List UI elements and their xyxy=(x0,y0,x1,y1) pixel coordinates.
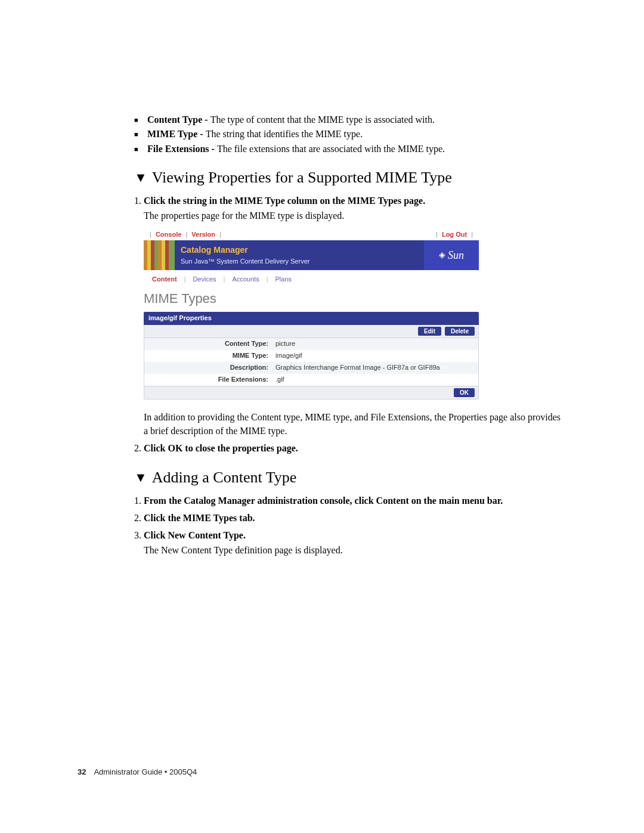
ui-page-title: MIME Types xyxy=(144,288,479,312)
books-icon xyxy=(144,240,175,270)
ok-button[interactable]: OK xyxy=(454,388,475,397)
topbar-right: | Log Out | xyxy=(434,230,475,240)
tab-devices[interactable]: Devices xyxy=(190,275,218,284)
step-lead: Click New Content Type. xyxy=(144,530,246,540)
table-row: Content Type: picture xyxy=(144,338,478,350)
delete-button[interactable]: Delete xyxy=(445,327,475,336)
sun-logo-text: Sun xyxy=(448,247,464,263)
table-row: File Extensions: .gif xyxy=(144,374,478,386)
section-title: Viewing Properties for a Supported MIME … xyxy=(152,169,452,186)
document-page: Content Type - The type of content that … xyxy=(0,0,644,833)
tab-accounts[interactable]: Accounts xyxy=(230,275,261,284)
page-number: 32 xyxy=(78,767,86,776)
page-footer: 32 Administrator Guide • 2005Q4 xyxy=(78,767,197,776)
step-lead: Click OK to close the properties page. xyxy=(144,443,298,453)
bullet-text: The type of content that the MIME type i… xyxy=(210,114,435,125)
prop-value: .gif xyxy=(275,375,473,385)
definition-list: Content Type - The type of content that … xyxy=(134,113,561,156)
topbar-left: | Console | Version | xyxy=(147,230,224,240)
step-lead: Click the MIME Types tab. xyxy=(144,513,255,523)
post-image-text: In addition to providing the Content typ… xyxy=(144,410,561,438)
ordered-steps-adding: From the Catalog Manager administration … xyxy=(134,494,561,558)
table-row: MIME Type: image/gif xyxy=(144,350,478,362)
list-item: File Extensions - The file extensions th… xyxy=(134,143,561,156)
prop-value: picture xyxy=(275,339,473,349)
bullet-label: Content Type - xyxy=(147,114,210,125)
prop-key: Description: xyxy=(149,363,275,373)
list-item: Click the string in the MIME Type column… xyxy=(144,194,561,438)
triangle-down-icon: ▼ xyxy=(134,470,147,485)
section-heading-viewing: ▼Viewing Properties for a Supported MIME… xyxy=(134,169,561,187)
list-item: Click New Content Type. The New Content … xyxy=(144,528,561,557)
properties-panel-header: image/gif Properties xyxy=(144,312,479,325)
bullet-text: The file extensions that are associated … xyxy=(217,144,445,154)
list-item: From the Catalog Manager administration … xyxy=(144,494,561,507)
step-body: The properties page for the MIME type is… xyxy=(144,209,561,222)
bullet-label: File Extensions - xyxy=(147,144,217,154)
console-link[interactable]: Console xyxy=(156,231,181,238)
step-lead: From the Catalog Manager administration … xyxy=(144,496,503,506)
section-title: Adding a Content Type xyxy=(152,469,297,486)
sun-logo: ◈ Sun xyxy=(424,240,479,270)
masthead-title: Catalog Manager xyxy=(181,244,418,256)
actions-row-top: Edit Delete xyxy=(144,325,479,338)
sun-diamond-icon: ◈ xyxy=(439,249,445,261)
main-tabs: Content | Devices | Accounts | Plans xyxy=(144,270,479,288)
masthead-title-block: Catalog Manager Sun Java™ System Content… xyxy=(175,240,424,270)
list-item: MIME Type - The string that identifies t… xyxy=(134,128,561,141)
list-item: Click OK to close the properties page. xyxy=(144,441,561,455)
footer-text: Administrator Guide • 2005Q4 xyxy=(94,767,197,776)
table-row: Description: Graphics Interchange Format… xyxy=(144,362,478,374)
prop-value: image/gif xyxy=(275,351,473,361)
properties-table: Content Type: picture MIME Type: image/g… xyxy=(144,338,479,386)
step-lead: Click the string in the MIME Type column… xyxy=(144,196,425,206)
ui-topbar: | Console | Version | | Log Out | xyxy=(144,229,479,240)
list-item: Content Type - The type of content that … xyxy=(134,113,561,126)
prop-key: File Extensions: xyxy=(149,375,275,385)
logout-link[interactable]: Log Out xyxy=(442,231,467,238)
edit-button[interactable]: Edit xyxy=(418,327,441,336)
tab-plans[interactable]: Plans xyxy=(273,275,295,284)
ui-screenshot: | Console | Version | | Log Out | xyxy=(144,229,479,400)
tab-content[interactable]: Content xyxy=(150,275,179,284)
bullet-text: The string that identifies the MIME type… xyxy=(206,129,363,139)
list-item: Click the MIME Types tab. xyxy=(144,511,561,525)
prop-value: Graphics Interchange Format Image - GIF8… xyxy=(275,363,473,373)
prop-key: MIME Type: xyxy=(149,351,275,361)
step-body: The New Content Type definition page is … xyxy=(144,543,561,557)
ordered-steps-viewing: Click the string in the MIME Type column… xyxy=(134,194,561,455)
version-link[interactable]: Version xyxy=(191,231,215,238)
section-heading-adding: ▼Adding a Content Type xyxy=(134,469,561,487)
actions-row-bottom: OK xyxy=(144,386,479,400)
triangle-down-icon: ▼ xyxy=(134,170,147,185)
bullet-label: MIME Type - xyxy=(147,129,206,139)
prop-key: Content Type: xyxy=(149,339,275,349)
masthead-subtitle: Sun Java™ System Content Delivery Server xyxy=(181,257,418,267)
masthead: Catalog Manager Sun Java™ System Content… xyxy=(144,240,479,270)
